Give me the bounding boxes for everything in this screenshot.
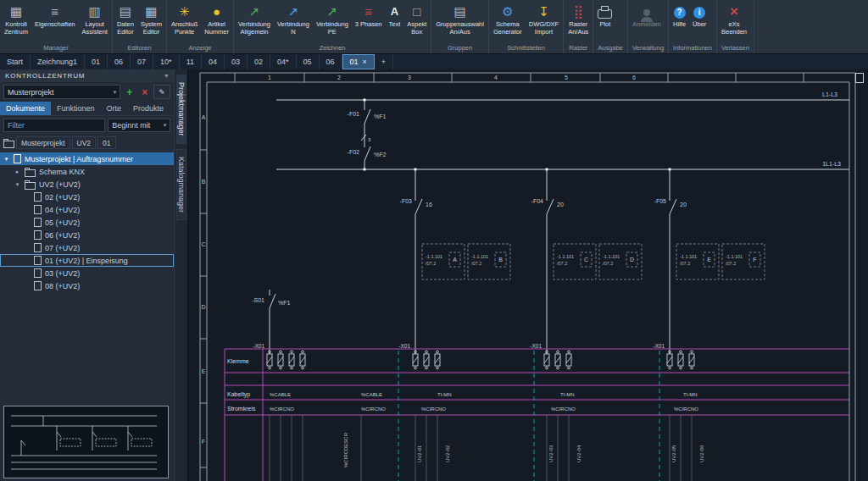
tab-start[interactable]: Start [0,54,31,69]
ribbon-group-editoren: ▤ Daten Editor ▦ System Editor Editoren [113,0,167,53]
new-tab-button[interactable]: + [375,54,393,69]
circuit-number-values: %CIRCNO %CIRCNO %CIRCNO %CIRCNO %CIRCNO [270,406,698,412]
tree-item-root[interactable]: ▾ Musterprojekt | Auftragsnummer [0,152,174,165]
anmelden-button[interactable]: Anmelden [629,0,665,43]
tree-item-selected-drawing[interactable]: 01 (+UV2) | Einspeisung [0,254,174,267]
document-icon [34,281,42,290]
expander-icon[interactable]: ▾ [14,181,21,188]
layout-assistent-button[interactable]: ▥ Layout Assistent [78,0,110,43]
ueber-button[interactable]: i Über [689,0,709,43]
tree-item-label: Musterprojekt | Auftragsnummer [25,155,133,163]
aspekt-box-button[interactable]: □ Aspekt Box [403,0,430,43]
tree-item[interactable]: 05 (+UV2) [0,216,174,229]
connection-n-arrow-icon: ↗ [288,3,299,19]
terminal-strip-labels: -X01 -X01 -X01 -X01 [253,343,665,349]
verbindung-n-button[interactable]: ↗ Verbindung N [274,0,313,43]
tree-item[interactable]: 06 (+UV2) [0,229,174,241]
button-label: Eigenschaften [35,20,75,28]
schema-generator-button[interactable]: ⚙ Schema Generator [490,0,526,43]
breadcrumb-segment[interactable]: 01 [97,136,115,149]
kontrollzentrum-button[interactable]: ▦ Kontroll Zentrum [1,0,31,43]
tab-07[interactable]: 07 [131,54,153,69]
gruppenauswahl-button[interactable]: ▤ Gruppenauswahl An/Aus [432,0,487,43]
tab-label: 03 [231,58,240,66]
tab-05[interactable]: 05 [297,54,320,69]
component-label: -F05 [654,198,667,204]
delete-project-button[interactable]: × [138,86,151,98]
button-label: 3 Phasen [355,20,382,28]
page-icon[interactable] [855,73,864,83]
connection-arrow-icon: ↗ [249,3,260,19]
panel-tabs: Dokumente Funktionen Orte Produkte [0,102,174,116]
plot-button[interactable]: Plot [594,0,615,43]
drei-phasen-button[interactable]: ≡ 3 Phasen [352,0,386,43]
tree-item[interactable]: 07 (+UV2) [0,241,174,254]
daten-editor-button[interactable]: ▤ Daten Editor [114,0,137,43]
ribbon-group-manager: ▦ Kontroll Zentrum ≡ Eigenschaften ▥ Lay… [0,0,113,53]
tree-item[interactable]: 03 (+UV2) [0,267,174,279]
tab-01[interactable]: 01 [85,54,108,69]
anschlusspunkte-button[interactable]: ✳ Anschluß Punkte [168,0,201,43]
tab-06b[interactable]: 06 [320,54,342,69]
tree-item[interactable]: ▾ UV2 (+UV2) [0,178,174,191]
document-icon [34,243,42,252]
tab-orte[interactable]: Orte [101,102,128,115]
group-select-icon: ▤ [454,3,466,19]
expander-icon[interactable]: ▸ [14,169,21,175]
system-editor-button[interactable]: ▦ System Editor [137,0,165,43]
tree-item-label: 05 (+UV2) [45,218,80,227]
add-project-button[interactable]: + [123,86,136,98]
ribbon-group-informationen: ? Hilfe i Über Informationen [669,0,717,53]
document-icon [34,192,42,202]
preview-schematic [4,406,162,476]
filter-mode-select[interactable]: Beginnt mit ▾ [108,119,170,132]
eigenschaften-button[interactable]: ≡ Eigenschaften [31,0,79,43]
help-icon: ? [674,7,686,19]
dwg-dxf-import-button[interactable]: ↧ DWG/DXF Import [526,0,562,43]
tab-katalogmanager[interactable]: Katalogmanager [176,149,186,220]
button-label: Anschluß Punkte [171,20,198,36]
ribbon-group-raster: ⣿ Raster An/Aus Raster [564,0,593,53]
text-button[interactable]: A Text [386,0,404,43]
filter-input[interactable]: Filter [3,119,105,132]
breadcrumb-segment[interactable]: UV2 [72,136,97,149]
tab-06[interactable]: 06 [108,54,131,69]
tree-item[interactable]: 08 (+UV2) [0,279,174,292]
exs-beenden-button[interactable]: × eXs Beenden [718,0,750,43]
tab-11[interactable]: 11 [180,54,202,69]
verbindung-allgemein-button[interactable]: ↗ Verbindung Allgemein [235,0,274,43]
verbindung-pe-button[interactable]: ↗ Verbindung PE [313,0,352,43]
tab-dokumente[interactable]: Dokumente [0,102,51,115]
tab-zeichnung1[interactable]: Zeichnung1 [31,54,85,69]
tree-item[interactable]: 02 (+UV2) [0,191,174,203]
hilfe-button[interactable]: ? Hilfe [670,0,689,43]
close-icon[interactable]: × [363,58,367,66]
info-icon: i [693,7,705,19]
vertical-description-labels: %CIRCDESCR UV2-01 UV2-02 UV2-03 UV2-04 U… [228,432,704,481]
tab-03[interactable]: 03 [225,54,248,69]
tab-projektmanager[interactable]: Projektmanager [176,75,186,144]
raster-button[interactable]: ⣿ Raster An/Aus [565,0,592,43]
tab-02[interactable]: 02 [248,54,270,69]
aspect-box-icon: □ [413,3,420,19]
tab-10[interactable]: 10* [153,54,180,69]
tree-item[interactable]: ▸ Schema KNX [0,165,174,178]
breadcrumb-segment[interactable]: Musterprojekt [16,136,70,149]
preview-thumbnail[interactable] [3,406,169,478]
tree-item-label: 06 (+UV2) [45,231,80,240]
tab-04b[interactable]: 04* [270,54,297,69]
tab-04[interactable]: 04 [202,54,225,69]
drawing-canvas[interactable]: 1 2 3 4 5 6 A B C D E F [188,69,868,481]
tab-funktionen[interactable]: Funktionen [51,102,101,115]
breadcrumb: Musterprojekt UV2 01 [0,135,174,151]
tab-produkte[interactable]: Produkte [127,102,170,115]
ribbon-group-label: Verwaltung [629,43,667,53]
panel-options-icon[interactable]: ▾ [164,72,169,80]
edit-project-button[interactable]: ✎ [153,85,170,99]
tab-01-active[interactable]: 01 × [342,54,375,69]
expander-icon[interactable]: ▾ [3,156,10,163]
tab-label: 05 [303,58,312,66]
project-select[interactable]: Musterprojekt ▾ [3,85,120,99]
tree-item[interactable]: 04 (+UV2) [0,203,174,216]
artikelnummer-button[interactable]: ● Artikel Nummer [201,0,232,43]
